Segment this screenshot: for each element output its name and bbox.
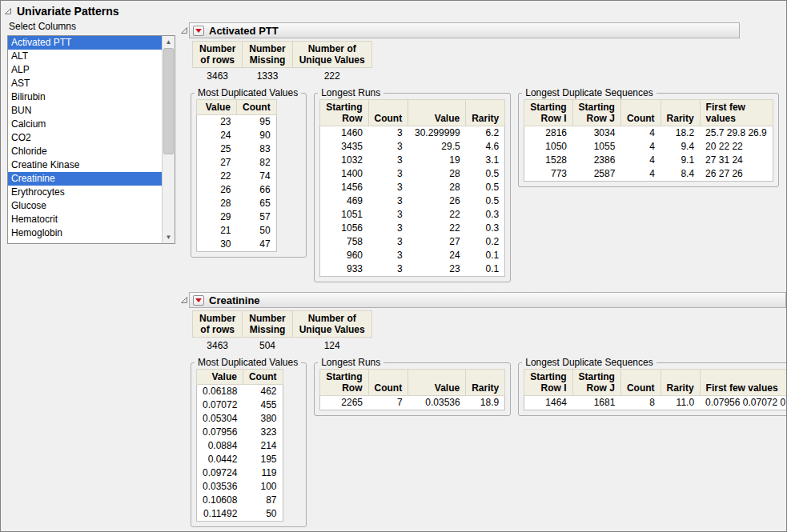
- table-row: 3047: [197, 238, 277, 252]
- scroll-down-icon[interactable]: ▼: [163, 231, 175, 243]
- column-list-item[interactable]: Activated PTT: [8, 36, 162, 50]
- table-cell: 0.1: [466, 262, 505, 277]
- column-header: Value: [408, 100, 466, 126]
- table-cell: 28: [408, 167, 466, 181]
- column-header: Rarity: [661, 100, 700, 126]
- table-cell: 25: [197, 142, 237, 156]
- column-list-item[interactable]: Creatine Kinase: [8, 158, 162, 172]
- panel-header-activated-ptt[interactable]: Activated PTT: [189, 22, 740, 38]
- column-header: Value: [197, 100, 237, 115]
- red-triangle-icon: [195, 298, 202, 302]
- table-row: 4693260.5: [320, 194, 505, 208]
- table-cell: 1464: [524, 396, 572, 410]
- table-row: 34631333222: [193, 68, 372, 85]
- table-cell: 57: [237, 210, 277, 224]
- table-cell: 3463: [193, 338, 243, 354]
- table-cell: 18.9: [466, 396, 505, 410]
- disclosure-triangle-icon[interactable]: [4, 7, 12, 15]
- table-cell: 2386: [572, 154, 620, 167]
- table-cell: 27: [408, 235, 466, 249]
- table-cell: 30: [197, 238, 237, 252]
- data-table: Number of rowsNumber MissingNumber of Un…: [192, 41, 372, 84]
- table-cell: 1051: [320, 208, 368, 222]
- table-row: 0.06188462: [197, 385, 283, 399]
- column-list-item[interactable]: Hemoglobin: [8, 226, 162, 240]
- table-cell: 4: [620, 154, 661, 167]
- table-cell: 0.03536: [408, 396, 466, 410]
- column-list-item[interactable]: Creatinine: [8, 172, 162, 186]
- column-header: Number of rows: [193, 42, 243, 68]
- table-cell: 0.06188: [197, 385, 243, 399]
- table-row: 3435329.54.6: [320, 140, 505, 154]
- table-cell: 3: [368, 181, 408, 194]
- table-cell: 933: [320, 262, 368, 277]
- table-cell: 87: [243, 494, 283, 507]
- table-cell: 3: [368, 167, 408, 181]
- groupbox-title: Longest Duplicate Sequences: [522, 87, 656, 98]
- data-table: Starting RowCountValueRarity1460330.2999…: [319, 99, 505, 277]
- column-header: Value: [408, 370, 466, 396]
- longest-runs-table: Starting RowCountValueRarity1460330.2999…: [319, 99, 505, 277]
- scrollbar-track[interactable]: [163, 48, 175, 231]
- table-cell: 0.0442: [197, 453, 243, 466]
- table-row: 0.1149250: [197, 507, 283, 522]
- table-cell: 3: [368, 208, 408, 222]
- panel-header-creatinine[interactable]: Creatinine: [189, 292, 786, 308]
- outline-gutter: [180, 22, 189, 282]
- column-listbox[interactable]: Activated PTTALTALPASTBilirubinBUNCalciu…: [7, 35, 175, 244]
- table-cell: 19: [408, 154, 466, 167]
- table-cell: 27 31 24: [700, 154, 773, 167]
- table-cell: 0.5: [466, 194, 505, 208]
- longest-runs-table: Starting RowCountValueRarity226570.03536…: [319, 369, 505, 410]
- column-list-item[interactable]: Calcium: [8, 118, 162, 131]
- table-cell: 3: [368, 222, 408, 235]
- scroll-up-icon[interactable]: ▲: [163, 36, 175, 48]
- table-row: 2865: [197, 197, 277, 210]
- table-cell: 1681: [572, 396, 620, 410]
- column-list-item[interactable]: CO2: [8, 131, 162, 145]
- table-cell: 29.5: [408, 140, 466, 154]
- column-list-item[interactable]: ALP: [8, 63, 162, 77]
- groupbox-most-duplicated-values: Most Duplicated Values ValueCount2395249…: [191, 87, 307, 258]
- table-row: 0.07072455: [197, 398, 283, 412]
- column-list-item[interactable]: BUN: [8, 104, 162, 118]
- table-cell: 4.6: [466, 140, 505, 154]
- column-list-item[interactable]: AST: [8, 77, 162, 90]
- table-cell: 4: [620, 167, 661, 182]
- table-cell: 0.3: [466, 208, 505, 222]
- table-cell: 0.5: [466, 167, 505, 181]
- table-cell: 1032: [320, 154, 368, 167]
- column-list-item[interactable]: ALT: [8, 50, 162, 63]
- groupbox-title: Most Duplicated Values: [195, 357, 301, 368]
- table-row: 2490: [197, 129, 277, 142]
- table-cell: 323: [243, 426, 283, 439]
- table-cell: 8: [620, 396, 661, 410]
- column-header: Count: [368, 100, 408, 126]
- column-list-item[interactable]: Glucose: [8, 199, 162, 213]
- red-triangle-menu-button[interactable]: [193, 295, 204, 306]
- table-row: 14563280.5: [320, 181, 505, 194]
- disclosure-triangle-icon[interactable]: [180, 26, 188, 34]
- table-cell: 3: [368, 262, 408, 277]
- column-list-item[interactable]: Bilirubin: [8, 90, 162, 104]
- disclosure-triangle-icon[interactable]: [180, 296, 188, 304]
- column-list-item[interactable]: Chloride: [8, 145, 162, 158]
- scrollbar-thumb[interactable]: [163, 48, 174, 154]
- table-cell: 3: [368, 140, 408, 154]
- table-cell: 0.0884: [197, 439, 243, 453]
- table-cell: 3034: [572, 126, 620, 141]
- table-cell: 3: [368, 235, 408, 249]
- listbox-scrollbar[interactable]: ▲ ▼: [162, 36, 175, 243]
- groupbox-longest-duplicate-sequences: Longest Duplicate Sequences Starting Row…: [518, 87, 779, 187]
- table-row: 28163034418.225.7 29.8 26.9: [524, 126, 773, 141]
- report-body: Activated PTT Number of rowsNumber Missi…: [180, 20, 786, 532]
- red-triangle-menu-button[interactable]: [193, 26, 204, 36]
- column-list-item[interactable]: Erythrocytes: [8, 186, 162, 199]
- column-list-item[interactable]: Hematocrit: [8, 213, 162, 226]
- table-cell: 23: [408, 262, 466, 277]
- table-cell: 6.2: [466, 126, 505, 141]
- table-cell: 960: [320, 249, 368, 262]
- table-row: 2666: [197, 183, 277, 197]
- outline-creatinine: Creatinine Number of rowsNumber MissingN…: [180, 292, 786, 527]
- table-cell: 74: [237, 170, 277, 183]
